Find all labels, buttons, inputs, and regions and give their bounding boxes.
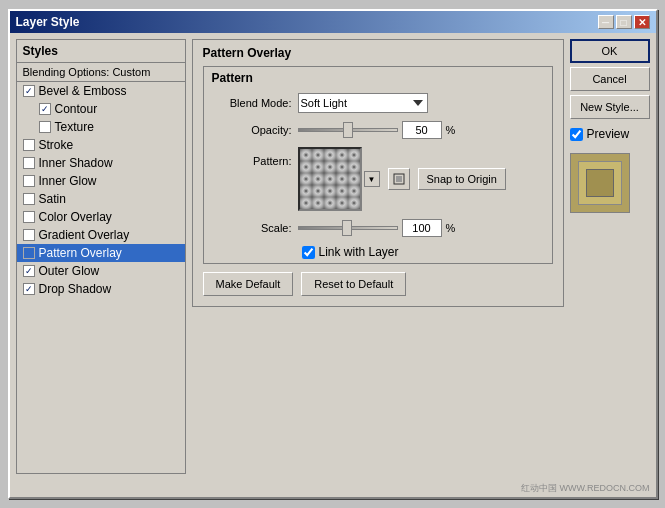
scale-percent: %	[446, 222, 456, 234]
sidebar-item-bevel-emboss[interactable]: Bevel & Emboss	[17, 82, 185, 100]
sidebar-item-stroke[interactable]: Stroke	[17, 136, 185, 154]
snap-to-origin-button[interactable]: Snap to Origin	[418, 168, 506, 190]
inner-shadow-label: Inner Shadow	[39, 156, 113, 170]
scale-slider[interactable]	[298, 226, 398, 230]
gradient-overlay-checkbox[interactable]	[23, 229, 35, 241]
scale-label: Scale:	[212, 222, 292, 234]
color-overlay-label: Color Overlay	[39, 210, 112, 224]
pattern-row: Pattern: ▼	[212, 147, 544, 211]
drop-shadow-checkbox[interactable]	[23, 283, 35, 295]
pattern-overlay-checkbox[interactable]	[23, 247, 35, 259]
new-style-button[interactable]: New Style...	[570, 95, 650, 119]
preview-square	[586, 169, 614, 197]
left-panel: Styles Blending Options: Custom Bevel & …	[16, 39, 186, 474]
title-bar: Layer Style ─ □ ✕	[10, 11, 656, 33]
sidebar-item-color-overlay[interactable]: Color Overlay	[17, 208, 185, 226]
preview-label: Preview	[587, 127, 630, 141]
drop-shadow-label: Drop Shadow	[39, 282, 112, 296]
sidebar-item-drop-shadow[interactable]: Drop Shadow	[17, 280, 185, 298]
link-row: Link with Layer	[302, 245, 544, 259]
pattern-options-button[interactable]	[388, 168, 410, 190]
sidebar-item-contour[interactable]: Contour	[17, 100, 185, 118]
contour-checkbox[interactable]	[39, 103, 51, 115]
make-default-button[interactable]: Make Default	[203, 272, 294, 296]
svg-rect-1	[396, 176, 402, 182]
preview-row: Preview	[570, 127, 650, 141]
title-bar-buttons: ─ □ ✕	[598, 15, 650, 29]
minimize-button[interactable]: ─	[598, 15, 614, 29]
ok-button[interactable]: OK	[570, 39, 650, 63]
stroke-checkbox[interactable]	[23, 139, 35, 151]
blend-mode-label: Blend Mode:	[212, 97, 292, 109]
sidebar-item-gradient-overlay[interactable]: Gradient Overlay	[17, 226, 185, 244]
bottom-buttons: Make Default Reset to Default	[203, 272, 553, 296]
pattern-label: Pattern:	[212, 155, 292, 167]
blending-options-label[interactable]: Blending Options: Custom	[17, 63, 185, 82]
close-button[interactable]: ✕	[634, 15, 650, 29]
opacity-slider-container: %	[298, 121, 456, 139]
pattern-sub-title: Pattern	[212, 71, 544, 85]
maximize-button[interactable]: □	[616, 15, 632, 29]
bevel-emboss-label: Bevel & Emboss	[39, 84, 127, 98]
contour-label: Contour	[55, 102, 98, 116]
satin-label: Satin	[39, 192, 66, 206]
pattern-inner-section: Pattern Blend Mode: Soft Light Normal Mu…	[203, 66, 553, 264]
dialog-title: Layer Style	[16, 15, 80, 29]
inner-glow-checkbox[interactable]	[23, 175, 35, 187]
color-overlay-checkbox[interactable]	[23, 211, 35, 223]
reset-to-default-button[interactable]: Reset to Default	[301, 272, 406, 296]
scale-input[interactable]	[402, 219, 442, 237]
dialog-body: Styles Blending Options: Custom Bevel & …	[10, 33, 656, 480]
blend-mode-row: Blend Mode: Soft Light Normal Multiply S…	[212, 93, 544, 113]
opacity-row: Opacity: %	[212, 121, 544, 139]
outer-glow-checkbox[interactable]	[23, 265, 35, 277]
pattern-preview[interactable]	[298, 147, 362, 211]
opacity-input[interactable]	[402, 121, 442, 139]
link-with-layer-checkbox[interactable]	[302, 246, 315, 259]
sidebar-item-texture[interactable]: Texture	[17, 118, 185, 136]
scale-row: Scale: %	[212, 219, 544, 237]
opacity-label: Opacity:	[212, 124, 292, 136]
link-with-layer-label: Link with Layer	[319, 245, 399, 259]
preview-inner	[578, 161, 622, 205]
texture-label: Texture	[55, 120, 94, 134]
pattern-dropdown-button[interactable]: ▼	[364, 171, 380, 187]
sidebar-item-outer-glow[interactable]: Outer Glow	[17, 262, 185, 280]
cancel-button[interactable]: Cancel	[570, 67, 650, 91]
styles-label: Styles	[17, 40, 185, 63]
satin-checkbox[interactable]	[23, 193, 35, 205]
gradient-overlay-label: Gradient Overlay	[39, 228, 130, 242]
inner-glow-label: Inner Glow	[39, 174, 97, 188]
opacity-slider[interactable]	[298, 128, 398, 132]
right-panel: OK Cancel New Style... Preview	[570, 39, 650, 474]
preview-thumbnail	[570, 153, 630, 213]
layer-style-dialog: Layer Style ─ □ ✕ Styles Blending Option…	[8, 9, 658, 499]
outer-glow-label: Outer Glow	[39, 264, 100, 278]
pattern-overlay-label: Pattern Overlay	[39, 246, 122, 260]
pattern-overlay-title: Pattern Overlay	[203, 46, 553, 60]
stroke-label: Stroke	[39, 138, 74, 152]
sidebar-item-inner-shadow[interactable]: Inner Shadow	[17, 154, 185, 172]
preview-checkbox[interactable]	[570, 128, 583, 141]
sidebar-item-inner-glow[interactable]: Inner Glow	[17, 172, 185, 190]
scale-slider-container: %	[298, 219, 456, 237]
texture-checkbox[interactable]	[39, 121, 51, 133]
opacity-percent: %	[446, 124, 456, 136]
sidebar-item-pattern-overlay[interactable]: Pattern Overlay	[17, 244, 185, 262]
bevel-emboss-checkbox[interactable]	[23, 85, 35, 97]
sidebar-item-satin[interactable]: Satin	[17, 190, 185, 208]
blend-mode-select[interactable]: Soft Light Normal Multiply Screen Overla…	[298, 93, 428, 113]
watermark: 红动中国 WWW.REDOCN.COM	[10, 480, 656, 497]
pattern-overlay-section: Pattern Overlay Pattern Blend Mode: Soft…	[192, 39, 564, 307]
pattern-preview-container: ▼ Snap to Origin	[298, 147, 506, 211]
inner-shadow-checkbox[interactable]	[23, 157, 35, 169]
middle-panel: Pattern Overlay Pattern Blend Mode: Soft…	[192, 39, 564, 474]
